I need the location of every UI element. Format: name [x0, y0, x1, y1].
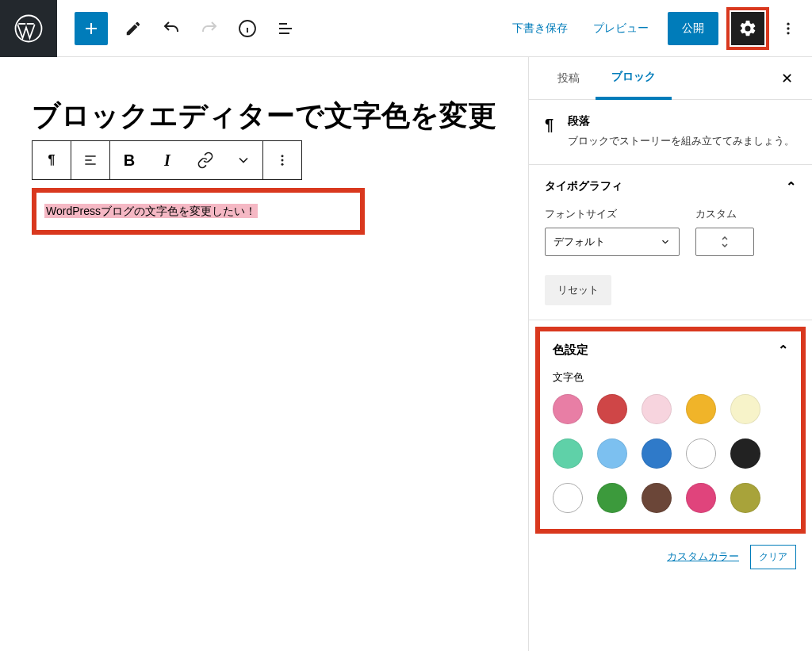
italic-button[interactable]: I — [148, 141, 186, 179]
post-title[interactable]: ブロックエディターで文字色を変更 — [32, 97, 496, 136]
preview-button[interactable]: プレビュー — [582, 15, 660, 42]
color-swatch[interactable] — [553, 394, 583, 424]
custom-size-input[interactable] — [695, 228, 754, 256]
color-swatch[interactable] — [686, 394, 716, 424]
settings-highlight — [726, 7, 769, 50]
color-swatch[interactable] — [730, 483, 760, 513]
color-swatch[interactable] — [686, 438, 716, 469]
color-panel-highlight: 色設定 ⌃ 文字色 — [535, 327, 806, 534]
color-swatch[interactable] — [597, 438, 627, 469]
save-draft-button[interactable]: 下書き保存 — [501, 15, 579, 42]
custom-color-link[interactable]: カスタムカラー — [667, 550, 739, 564]
svg-point-5 — [282, 155, 284, 157]
color-swatch[interactable] — [553, 438, 583, 469]
block-more-icon[interactable] — [263, 141, 301, 179]
font-size-label: フォントサイズ — [545, 207, 680, 221]
align-icon[interactable] — [71, 141, 109, 179]
settings-button[interactable] — [731, 12, 764, 45]
link-icon[interactable] — [186, 141, 224, 179]
paragraph-icon: ¶ — [545, 114, 553, 150]
publish-button[interactable]: 公開 — [668, 12, 718, 45]
color-swatch[interactable] — [730, 394, 760, 424]
typography-panel-toggle[interactable]: タイポグラフィ ⌃ — [545, 179, 796, 194]
reset-button[interactable]: リセット — [545, 275, 611, 305]
redo-icon[interactable] — [190, 10, 228, 48]
color-swatch[interactable] — [642, 394, 672, 424]
block-type-description: ブロックでストーリーを組み立ててみましょう。 — [568, 133, 795, 150]
svg-point-7 — [282, 163, 284, 166]
info-icon[interactable] — [228, 10, 266, 48]
close-icon[interactable]: ✕ — [775, 63, 799, 94]
color-swatch[interactable] — [597, 394, 627, 424]
outline-icon[interactable] — [266, 10, 304, 48]
block-toolbar: ¶ B I — [32, 140, 302, 180]
svg-point-4 — [787, 32, 789, 34]
svg-point-2 — [787, 22, 789, 25]
color-panel-toggle[interactable]: 色設定 ⌃ — [553, 343, 788, 358]
chevron-down-icon[interactable] — [224, 141, 262, 179]
color-heading: 色設定 — [553, 343, 588, 358]
color-swatch[interactable] — [553, 483, 583, 513]
svg-point-3 — [787, 27, 789, 29]
color-swatch[interactable] — [597, 483, 627, 513]
paragraph-block[interactable]: WordPressブログの文字色を変更したい！ — [44, 204, 258, 218]
color-swatch[interactable] — [730, 438, 760, 469]
bold-button[interactable]: B — [110, 141, 148, 179]
selected-block-highlight: WordPressブログの文字色を変更したい！ — [32, 188, 365, 235]
paragraph-type-icon[interactable]: ¶ — [33, 141, 71, 179]
color-swatch[interactable] — [686, 483, 716, 513]
color-swatch[interactable] — [642, 438, 672, 469]
edit-icon[interactable] — [114, 10, 152, 48]
tab-post[interactable]: 投稿 — [542, 59, 596, 98]
chevron-up-icon: ⌃ — [778, 343, 788, 358]
text-color-label: 文字色 — [553, 370, 788, 385]
tab-block[interactable]: ブロック — [596, 57, 672, 100]
add-block-button[interactable] — [75, 12, 108, 45]
typography-heading: タイポグラフィ — [545, 179, 622, 193]
svg-point-6 — [282, 159, 284, 162]
clear-color-button[interactable]: クリア — [750, 545, 796, 569]
custom-size-label: カスタム — [695, 207, 754, 221]
font-size-select[interactable]: デフォルト — [545, 228, 680, 256]
undo-icon[interactable] — [152, 10, 190, 48]
more-options-icon[interactable] — [772, 13, 804, 44]
chevron-up-icon: ⌃ — [786, 179, 796, 194]
color-swatch[interactable] — [642, 483, 672, 513]
block-type-title: 段落 — [568, 114, 795, 128]
wordpress-logo[interactable] — [0, 0, 57, 57]
